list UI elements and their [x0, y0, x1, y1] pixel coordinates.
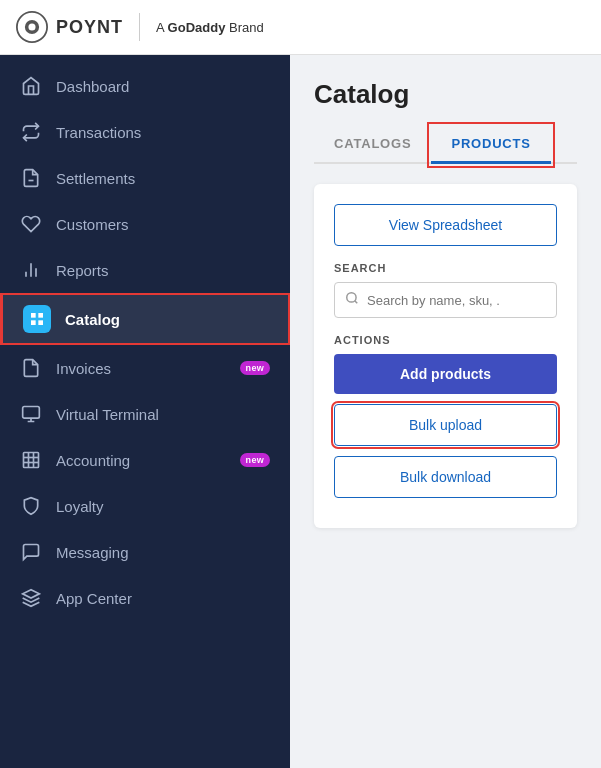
transactions-icon — [20, 121, 42, 143]
search-box — [334, 282, 557, 318]
svg-line-19 — [355, 301, 358, 304]
home-icon — [20, 75, 42, 97]
search-input[interactable] — [367, 293, 546, 308]
tab-catalogs[interactable]: CATALOGS — [314, 126, 431, 164]
sidebar-item-catalog[interactable]: Catalog — [0, 293, 290, 345]
sidebar-label-dashboard: Dashboard — [56, 78, 270, 95]
sidebar-item-transactions[interactable]: Transactions — [0, 109, 290, 155]
svg-rect-12 — [24, 453, 39, 468]
reports-icon — [20, 259, 42, 281]
sidebar-label-app-center: App Center — [56, 590, 270, 607]
add-products-button[interactable]: Add products — [334, 354, 557, 394]
sidebar-item-loyalty[interactable]: Loyalty — [0, 483, 290, 529]
catalog-icon — [23, 305, 51, 333]
accounting-badge: new — [240, 453, 270, 467]
godaddy-brand-text: A GoDaddy Brand — [156, 20, 264, 35]
sidebar-item-accounting[interactable]: Accounting new — [0, 437, 290, 483]
sidebar-label-invoices: Invoices — [56, 360, 226, 377]
invoices-icon — [20, 357, 42, 379]
logo-divider — [139, 13, 140, 41]
loyalty-icon — [20, 495, 42, 517]
svg-point-2 — [28, 23, 35, 30]
products-card: View Spreadsheet SEARCH ACTIONS Add prod… — [314, 184, 577, 528]
sidebar-item-reports[interactable]: Reports — [0, 247, 290, 293]
svg-point-18 — [347, 293, 356, 302]
svg-rect-7 — [31, 313, 36, 318]
sidebar: Dashboard Transactions Settlements Custo… — [0, 55, 290, 768]
accounting-icon — [20, 449, 42, 471]
sidebar-item-settlements[interactable]: Settlements — [0, 155, 290, 201]
poynt-text: POYNT — [56, 17, 123, 38]
sidebar-item-dashboard[interactable]: Dashboard — [0, 63, 290, 109]
logo: POYNT A GoDaddy Brand — [16, 11, 264, 43]
content-area: Catalog CATALOGS PRODUCTS View Spreadshe… — [290, 55, 601, 768]
sidebar-item-messaging[interactable]: Messaging — [0, 529, 290, 575]
sidebar-label-settlements: Settlements — [56, 170, 270, 187]
poynt-logo-icon — [16, 11, 48, 43]
sidebar-item-virtual-terminal[interactable]: Virtual Terminal — [0, 391, 290, 437]
svg-rect-11 — [23, 407, 40, 419]
svg-marker-17 — [23, 590, 40, 598]
svg-rect-10 — [38, 320, 43, 325]
invoices-badge: new — [240, 361, 270, 375]
header: POYNT A GoDaddy Brand — [0, 0, 601, 55]
app-center-icon — [20, 587, 42, 609]
sidebar-item-customers[interactable]: Customers — [0, 201, 290, 247]
customers-icon — [20, 213, 42, 235]
svg-rect-9 — [31, 320, 36, 325]
tabs: CATALOGS PRODUCTS — [314, 126, 577, 164]
main-layout: Dashboard Transactions Settlements Custo… — [0, 55, 601, 768]
sidebar-label-accounting: Accounting — [56, 452, 226, 469]
messaging-icon — [20, 541, 42, 563]
sidebar-label-reports: Reports — [56, 262, 270, 279]
svg-rect-8 — [38, 313, 43, 318]
sidebar-label-customers: Customers — [56, 216, 270, 233]
page-title: Catalog — [314, 79, 577, 110]
bulk-download-button[interactable]: Bulk download — [334, 456, 557, 498]
view-spreadsheet-button[interactable]: View Spreadsheet — [334, 204, 557, 246]
sidebar-item-app-center[interactable]: App Center — [0, 575, 290, 621]
sidebar-label-transactions: Transactions — [56, 124, 270, 141]
sidebar-item-invoices[interactable]: Invoices new — [0, 345, 290, 391]
actions-label: ACTIONS — [334, 334, 557, 346]
virtual-terminal-icon — [20, 403, 42, 425]
sidebar-label-catalog: Catalog — [65, 311, 270, 328]
sidebar-label-loyalty: Loyalty — [56, 498, 270, 515]
sidebar-label-virtual-terminal: Virtual Terminal — [56, 406, 270, 423]
bulk-upload-button[interactable]: Bulk upload — [334, 404, 557, 446]
godaddy-bold: GoDaddy — [168, 20, 226, 35]
tab-products[interactable]: PRODUCTS — [431, 126, 550, 164]
settlements-icon — [20, 167, 42, 189]
sidebar-label-messaging: Messaging — [56, 544, 270, 561]
search-icon — [345, 291, 359, 309]
search-label: SEARCH — [334, 262, 557, 274]
